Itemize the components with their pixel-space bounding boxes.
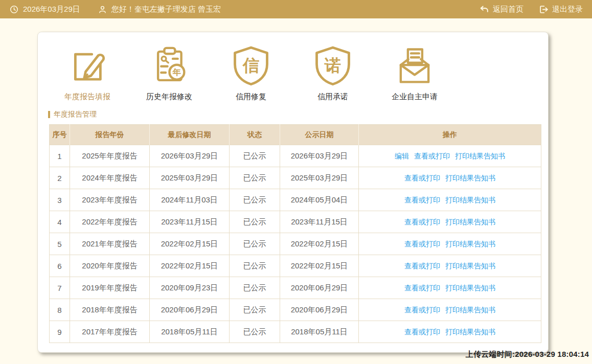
cell-no: 4 <box>50 211 70 233</box>
table-row: 92017年年度报告2018年05月11日已公示2018年05月11日查看或打印… <box>50 321 541 343</box>
cell-year: 2022年年度报告 <box>70 211 150 233</box>
cell-actions: 查看或打印打印结果告知书 <box>359 167 541 189</box>
action-link[interactable]: 查看或打印 <box>404 328 440 336</box>
cell-status: 已公示 <box>230 233 280 255</box>
feature-label: 企业自主申请 <box>392 92 438 102</box>
cell-actions: 编辑查看或打印打印结果告知书 <box>359 145 541 167</box>
action-link[interactable]: 打印结果告知书 <box>445 262 495 270</box>
home-link-label: 返回首页 <box>493 5 523 14</box>
cell-published: 2020年06月29日 <box>280 299 359 321</box>
feature-item-3[interactable]: 信信用修复 <box>210 43 292 102</box>
cell-actions: 查看或打印打印结果告知书 <box>359 299 541 321</box>
annual-report-table: 序号报告年份最后修改日期状态公示日期操作 12025年年度报告2026年03月2… <box>49 124 541 343</box>
column-header: 序号 <box>50 125 70 145</box>
action-link[interactable]: 查看或打印 <box>404 174 440 182</box>
cell-year: 2019年年度报告 <box>70 277 150 299</box>
column-header: 操作 <box>359 125 541 145</box>
cell-modified: 2022年02月15日 <box>150 255 230 277</box>
column-header: 公示日期 <box>280 125 359 145</box>
action-link[interactable]: 打印结果告知书 <box>445 284 495 292</box>
column-header: 最后修改日期 <box>150 125 230 145</box>
section-title-marker <box>48 111 50 118</box>
feature-item-5[interactable]: 企业自主申请 <box>374 43 456 102</box>
cell-no: 1 <box>50 145 70 167</box>
feature-item-2[interactable]: 年历史年报修改 <box>128 43 210 102</box>
cell-published: 2018年05月11日 <box>280 321 359 343</box>
cell-status: 已公示 <box>230 255 280 277</box>
cell-published: 2022年02月15日 <box>280 233 359 255</box>
table-row: 82018年年度报告2020年06月29日已公示2020年06月29日查看或打印… <box>50 299 541 321</box>
cell-status: 已公示 <box>230 189 280 211</box>
cell-modified: 2026年03月29日 <box>150 145 230 167</box>
action-link[interactable]: 查看或打印 <box>404 284 440 292</box>
upload-time: 上传云端时间:2026-03-29 18:04:14 <box>466 350 589 359</box>
action-link[interactable]: 查看或打印 <box>404 240 440 248</box>
cell-no: 8 <box>50 299 70 321</box>
clock-icon <box>9 5 19 14</box>
home-link[interactable]: 返回首页 <box>480 5 523 14</box>
cell-no: 7 <box>50 277 70 299</box>
topbar-date-group: 2026年03月29日 <box>9 5 80 14</box>
cell-modified: 2024年11月03日 <box>150 189 230 211</box>
cell-modified: 2023年11月15日 <box>150 211 230 233</box>
cell-no: 5 <box>50 233 70 255</box>
cell-published: 2022年02月15日 <box>280 255 359 277</box>
action-link[interactable]: 打印结果告知书 <box>445 328 495 336</box>
cell-actions: 查看或打印打印结果告知书 <box>359 255 541 277</box>
topbar-greeting-group: 您好！奎屯左撇子理发店 曾玉宏 <box>98 5 221 14</box>
cell-status: 已公示 <box>230 167 280 189</box>
column-header: 状态 <box>230 125 280 145</box>
action-link[interactable]: 查看或打印 <box>404 306 440 314</box>
cell-year: 2025年年度报告 <box>70 145 150 167</box>
cell-year: 2017年年度报告 <box>70 321 150 343</box>
table-row: 62020年年度报告2022年02月15日已公示2022年02月15日查看或打印… <box>50 255 541 277</box>
table-header-row: 序号报告年份最后修改日期状态公示日期操作 <box>50 125 541 145</box>
table-row: 42022年年度报告2023年11月15日已公示2023年11月15日查看或打印… <box>50 211 541 233</box>
logout-link[interactable]: 退出登录 <box>539 5 583 14</box>
user-icon <box>98 5 107 14</box>
table-row: 52021年年度报告2022年02月15日已公示2022年02月15日查看或打印… <box>50 233 541 255</box>
svg-text:信: 信 <box>242 56 260 75</box>
action-link[interactable]: 编辑 <box>395 152 409 160</box>
cell-no: 3 <box>50 189 70 211</box>
section-title-label: 年度报告管理 <box>54 110 97 119</box>
feature-label: 年度报告填报 <box>64 92 110 102</box>
feature-label: 信用修复 <box>236 92 266 102</box>
action-link[interactable]: 打印结果告知书 <box>445 306 495 314</box>
action-link[interactable]: 打印结果告知书 <box>445 196 495 204</box>
section-title: 年度报告管理 <box>48 110 548 119</box>
feature-label: 信用承诺 <box>317 92 348 102</box>
logout-icon <box>539 5 549 14</box>
action-link[interactable]: 查看或打印 <box>404 262 440 270</box>
cell-status: 已公示 <box>230 321 280 343</box>
table-row: 32023年年度报告2024年11月03日已公示2024年05月04日查看或打印… <box>50 189 541 211</box>
cell-modified: 2020年06月29日 <box>150 299 230 321</box>
feature-item-1[interactable]: 年度报告填报 <box>47 43 128 102</box>
svg-text:诺: 诺 <box>324 56 341 75</box>
cell-modified: 2025年03月29日 <box>150 167 230 189</box>
feature-item-4[interactable]: 诺信用承诺 <box>292 43 374 102</box>
cell-modified: 2018年05月11日 <box>150 321 230 343</box>
cell-published: 2026年03月29日 <box>280 145 359 167</box>
cell-actions: 查看或打印打印结果告知书 <box>359 321 541 343</box>
action-link[interactable]: 查看或打印 <box>414 152 450 160</box>
edit-icon <box>66 43 109 87</box>
action-link[interactable]: 查看或打印 <box>404 196 440 204</box>
cell-status: 已公示 <box>230 277 280 299</box>
cell-modified: 2022年02月15日 <box>150 233 230 255</box>
history-report-icon: 年 <box>148 43 191 87</box>
cell-year: 2021年年度报告 <box>70 233 150 255</box>
cell-published: 2020年06月29日 <box>280 277 359 299</box>
cell-year: 2023年年度报告 <box>70 189 150 211</box>
cell-status: 已公示 <box>230 145 280 167</box>
action-link[interactable]: 打印结果告知书 <box>455 152 505 160</box>
topbar-greeting: 您好！奎屯左撇子理发店 曾玉宏 <box>111 5 221 14</box>
action-link[interactable]: 打印结果告知书 <box>445 218 495 226</box>
action-link[interactable]: 打印结果告知书 <box>445 240 495 248</box>
cell-published: 2023年11月15日 <box>280 211 359 233</box>
action-link[interactable]: 查看或打印 <box>404 218 440 226</box>
topbar: 2026年03月29日 您好！奎屯左撇子理发店 曾玉宏 返回首页 退出登录 <box>0 0 592 18</box>
action-link[interactable]: 打印结果告知书 <box>445 174 495 182</box>
cell-no: 2 <box>50 167 70 189</box>
cell-year: 2018年年度报告 <box>70 299 150 321</box>
